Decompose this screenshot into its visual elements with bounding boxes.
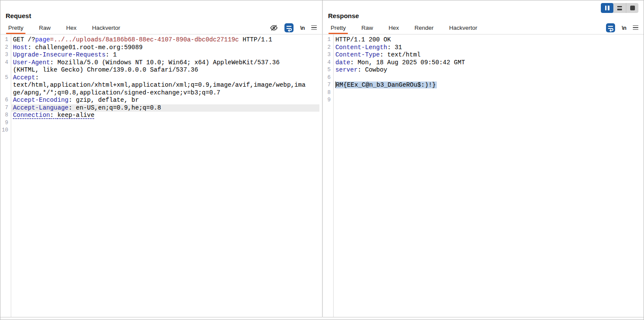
- line-number: 9: [323, 97, 331, 104]
- tab-render[interactable]: Render: [414, 21, 433, 34]
- code-line[interactable]: 3Content-Type: text/html: [323, 51, 644, 59]
- code-text: Accept-Encoding: gzip, deflate, br: [13, 97, 319, 104]
- request-editor[interactable]: 1GET /?page=../../uploads/8a186b68-88ec-…: [0, 35, 322, 317]
- code-text: Accept-Language: en-US,en;q=0.9,he;q=0.8: [13, 104, 319, 112]
- code-text: date: Mon, 18 Aug 2025 09:50:42 GMT: [335, 59, 641, 67]
- code-line[interactable]: 7RM{EEx_C@n_b3_DanGeROu$:)!}: [323, 82, 644, 89]
- code-text: HTTP/1.1 200 OK: [335, 36, 641, 44]
- code-line[interactable]: 8Connection: keep-alive: [0, 112, 322, 119]
- code-line[interactable]: 1HTTP/1.1 200 OK: [323, 36, 644, 44]
- tab-raw[interactable]: Raw: [39, 21, 51, 34]
- line-number: [0, 66, 8, 74]
- response-panel-header: Response: [323, 0, 644, 21]
- line-number: 8: [0, 112, 8, 119]
- code-text: User-Agent: Mozilla/5.0 (Windows NT 10.0…: [13, 59, 319, 67]
- code-text: RM{EEx_C@n_b3_DanGeROu$:)!}: [335, 82, 641, 89]
- code-text: GET /?page=../../uploads/8a186b68-88ec-4…: [13, 36, 319, 44]
- request-panel-header: Request: [0, 0, 322, 21]
- code-text: (KHTML, like Gecko) Chrome/139.0.0.0 Saf…: [13, 66, 319, 74]
- line-number: 8: [323, 89, 331, 97]
- line-number: [0, 89, 8, 97]
- code-line[interactable]: 6: [323, 74, 644, 82]
- code-line[interactable]: 6Accept-Encoding: gzip, deflate, br: [0, 97, 322, 104]
- editor-settings-menu-icon[interactable]: [633, 25, 638, 30]
- line-number: 1: [0, 36, 8, 44]
- tab-pretty[interactable]: Pretty: [331, 21, 346, 34]
- request-response-panes: Request PrettyRawHexHackvertor: [0, 0, 644, 317]
- code-text: [335, 74, 641, 82]
- code-line[interactable]: 9: [0, 119, 322, 127]
- code-text: text/html,application/xhtml+xml,applicat…: [13, 82, 319, 89]
- response-editor-actions: \n: [606, 21, 638, 34]
- line-number: 5: [323, 66, 331, 74]
- line-number: [0, 82, 8, 89]
- single-pane-layout-button[interactable]: [626, 3, 638, 13]
- response-editor[interactable]: 1HTTP/1.1 200 OK2Content-Length: 313Cont…: [323, 35, 644, 317]
- response-tabs: PrettyRawHexRenderHackvertor: [323, 21, 485, 34]
- line-number: 2: [323, 44, 331, 52]
- line-number: 4: [323, 59, 331, 67]
- code-line[interactable]: 5server: Cowboy: [323, 66, 644, 74]
- code-line[interactable]: 5Accept:: [0, 74, 322, 82]
- code-line[interactable]: 2Content-Length: 31: [323, 44, 644, 52]
- request-editor-actions: \n: [270, 21, 317, 34]
- request-panel: Request PrettyRawHexHackvertor: [0, 0, 322, 317]
- tab-hackvertor[interactable]: Hackvertor: [449, 21, 477, 34]
- editor-settings-menu-icon[interactable]: [311, 25, 317, 30]
- code-text: Upgrade-Insecure-Requests: 1: [13, 51, 319, 59]
- line-number: 9: [0, 119, 8, 127]
- response-tabbar: PrettyRawHexRenderHackvertor \n: [323, 21, 644, 35]
- columns-layout-button[interactable]: [601, 3, 613, 13]
- code-line[interactable]: ge/apng,*/*;q=0.8,application/signed-exc…: [0, 89, 322, 97]
- code-text: [13, 119, 319, 127]
- stacked-layout-button[interactable]: [613, 3, 626, 13]
- word-wrap-toggle-icon[interactable]: [284, 23, 294, 32]
- line-number: 7: [0, 104, 8, 112]
- word-wrap-toggle-icon[interactable]: [606, 23, 615, 32]
- code-text: Content-Type: text/html: [335, 51, 641, 59]
- tab-hex[interactable]: Hex: [66, 21, 76, 34]
- http-message-viewer-window: Request PrettyRawHexHackvertor: [0, 0, 644, 320]
- code-text: Accept:: [13, 74, 319, 82]
- response-panel: Response PrettyRawHexRenderHackvertor \n: [323, 0, 644, 317]
- line-number: 6: [0, 97, 8, 104]
- code-line[interactable]: 3Upgrade-Insecure-Requests: 1: [0, 51, 322, 59]
- code-line[interactable]: 7Accept-Language: en-US,en;q=0.9,he;q=0.…: [0, 104, 322, 112]
- line-number: 10: [0, 127, 8, 135]
- line-number: 5: [0, 74, 8, 82]
- request-tabs: PrettyRawHexHackvertor: [0, 21, 128, 34]
- code-line[interactable]: 10: [0, 127, 322, 135]
- code-line[interactable]: 4date: Mon, 18 Aug 2025 09:50:42 GMT: [323, 59, 644, 67]
- newline-display-toggle[interactable]: \n: [622, 25, 626, 31]
- code-line[interactable]: (KHTML, like Gecko) Chrome/139.0.0.0 Saf…: [0, 66, 322, 74]
- line-number: 3: [323, 51, 331, 59]
- tab-pretty[interactable]: Pretty: [8, 21, 23, 34]
- line-number: 4: [0, 59, 8, 67]
- line-number: 3: [0, 51, 8, 59]
- hide-nonprintable-eye-slash-icon[interactable]: [270, 24, 278, 32]
- pane-layout-switcher: [601, 3, 638, 13]
- code-text: Content-Length: 31: [335, 44, 641, 52]
- tab-hex[interactable]: Hex: [388, 21, 399, 34]
- code-line[interactable]: 4User-Agent: Mozilla/5.0 (Windows NT 10.…: [0, 59, 322, 67]
- line-number: 1: [323, 36, 331, 44]
- code-line[interactable]: 9: [323, 97, 644, 104]
- newline-display-toggle[interactable]: \n: [300, 25, 305, 31]
- code-text: ge/apng,*/*;q=0.8,application/signed-exc…: [13, 89, 319, 97]
- code-text: [335, 89, 641, 97]
- code-text: Connection: keep-alive: [13, 112, 319, 119]
- single-pane-layout-icon: [630, 6, 635, 10]
- code-line[interactable]: 1GET /?page=../../uploads/8a186b68-88ec-…: [0, 36, 322, 44]
- tab-hackvertor[interactable]: Hackvertor: [92, 21, 120, 34]
- code-text: Host: challenge01.root-me.org:59089: [13, 44, 319, 52]
- code-line[interactable]: text/html,application/xhtml+xml,applicat…: [0, 82, 322, 89]
- tab-raw[interactable]: Raw: [361, 21, 373, 34]
- line-number: 6: [323, 74, 331, 82]
- response-panel-title: Response: [328, 12, 638, 19]
- code-line[interactable]: 8: [323, 89, 644, 97]
- line-number: 7: [323, 82, 331, 89]
- request-tabbar: PrettyRawHexHackvertor: [0, 21, 322, 35]
- line-number: 2: [0, 44, 8, 52]
- code-line[interactable]: 2Host: challenge01.root-me.org:59089: [0, 44, 322, 52]
- stacked-layout-icon: [617, 6, 622, 10]
